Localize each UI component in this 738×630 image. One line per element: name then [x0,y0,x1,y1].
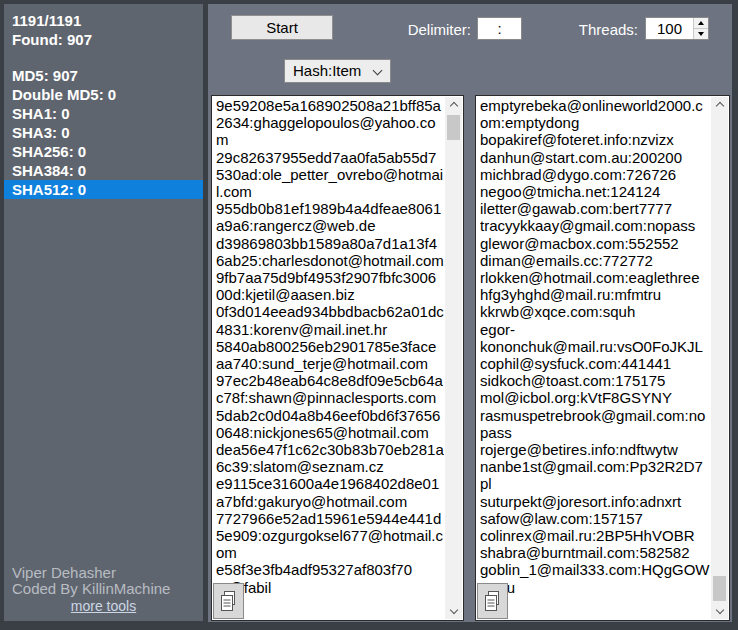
chevron-down-icon [449,606,457,614]
copy-results-button[interactable] [477,583,508,619]
threads-value[interactable]: 100 [646,18,693,39]
triangle-up-icon [698,21,704,25]
hash-type-item[interactable]: SHA1: 0 [4,104,203,123]
hash-type-item[interactable]: SHA3: 0 [4,123,203,142]
delimiter-input[interactable]: : [477,17,522,40]
results-scrollbar[interactable] [711,97,728,619]
hash-mode-select[interactable]: Hash:Item [284,59,391,83]
hash-type-list: MD5: 907Double MD5: 0SHA1: 0SHA3: 0SHA25… [4,66,203,199]
copy-pages-icon [220,590,238,612]
hash-input-scrollbar[interactable] [445,97,462,619]
results-text[interactable]: emptyrebeka@onlineworld2000.com:emptydon… [480,97,710,620]
hash-mode-value: Hash:Item [293,62,361,79]
scroll-down-button[interactable] [445,604,462,619]
threads-stepper[interactable]: 100 [645,17,709,40]
hash-type-item[interactable]: SHA384: 0 [4,161,203,180]
spinner-up-button[interactable] [694,18,708,28]
copy-pages-icon [484,590,502,612]
scroll-up-button[interactable] [711,97,728,112]
chevron-down-icon [715,606,723,614]
stats-block: 1191/1191 Found: 907 [4,4,203,49]
threads-spinner [693,18,708,39]
copy-input-button[interactable] [213,583,244,619]
hash-input-pane: 9e59208e5a168902508a21bff85a2634:ghaggel… [211,95,464,621]
more-tools-link[interactable]: more tools [4,598,203,614]
chevron-up-icon [449,102,457,110]
scroll-up-button[interactable] [445,97,462,112]
viper-dehasher-window: 1191/1191 Found: 907 MD5: 907Double MD5:… [0,0,738,630]
hash-type-item[interactable]: MD5: 907 [4,66,203,85]
triangle-down-icon [698,32,704,36]
spinner-down-button[interactable] [694,28,708,39]
threads-label: Threads: [566,21,638,38]
scrollbar-thumb[interactable] [713,576,726,601]
hash-input-text[interactable]: 9e59208e5a168902508a21bff85a2634:ghaggel… [216,97,444,620]
found-count: Found: 907 [4,30,203,49]
hash-type-item[interactable]: SHA256: 0 [4,142,203,161]
credit-text: Coded By KillinMachine [4,581,203,597]
scrollbar-thumb[interactable] [447,115,460,140]
chevron-down-icon [373,66,383,76]
hash-type-item[interactable]: SHA512: 0 [4,180,203,199]
delimiter-label: Delimiter: [397,21,471,38]
hash-type-item[interactable]: Double MD5: 0 [4,85,203,104]
results-pane: emptyrebeka@onlineworld2000.com:emptydon… [475,95,730,621]
scroll-down-button[interactable] [711,604,728,619]
stats-sidebar: 1191/1191 Found: 907 MD5: 907Double MD5:… [4,4,203,621]
sidebar-footer: Viper Dehasher Coded By KillinMachine mo… [4,565,203,614]
chevron-up-icon [715,102,723,110]
main-panel: Start Delimiter: : Threads: 100 Hash:Ite… [208,4,732,622]
start-button[interactable]: Start [231,15,333,40]
progress-count: 1191/1191 [4,11,203,30]
app-title: Viper Dehasher [4,565,203,581]
